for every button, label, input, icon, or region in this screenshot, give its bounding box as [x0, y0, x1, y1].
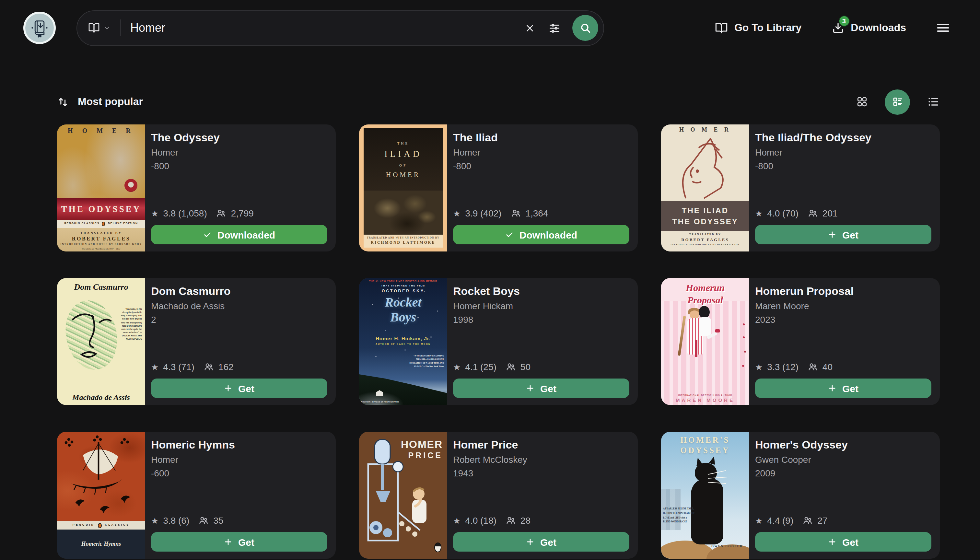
cover-text: ILIAD [384, 149, 422, 159]
book-meta: ★4.0 (70)201 [755, 208, 932, 218]
cover-text: Boys [359, 310, 447, 323]
star-icon: ★ [755, 363, 763, 371]
people-icon [198, 515, 209, 526]
book-cover[interactable]: H O M E RTHE ILIADTHE ODYSSEYTRANSLATED … [661, 125, 749, 252]
star-icon: ★ [151, 516, 158, 525]
sort-arrows-icon [57, 96, 69, 108]
cover-art [102, 222, 105, 226]
book-title: The Iliad [453, 131, 629, 145]
book-card: HomerunProposalINTERNATIONAL BESTSELLING… [661, 278, 940, 405]
cover-text: One of the ten "Best Books of 1996" —Tim… [57, 248, 145, 250]
book-card: Dom Casmurro"Machado, in his deceptively… [57, 278, 336, 405]
people-icon [802, 515, 813, 526]
cover-art [690, 310, 699, 319]
cover-text: BLIND WONDER CAT [663, 520, 703, 525]
book-cover[interactable]: HomerunProposalINTERNATIONAL BESTSELLING… [661, 278, 749, 405]
book-cover[interactable]: H O M E RTHE ODYSSEYPENGUIN CLASSICSDELU… [57, 125, 145, 252]
cover-art [359, 278, 360, 279]
book-title: Dom Casmurro [151, 285, 327, 298]
star-icon: ★ [453, 363, 460, 371]
cover-text: H O M E R [57, 128, 145, 134]
button-label: Get [842, 383, 858, 394]
book-info: Dom CasmurroMachado de Assis2★4.3 (71)16… [145, 278, 336, 405]
view-grid-button[interactable] [856, 96, 868, 108]
book-info: Homer's OdysseyGwen Cooper2009★4.4 (9)27… [749, 432, 940, 559]
button-label: Get [238, 383, 254, 394]
book-author: Homer [151, 455, 327, 465]
book-title: The Iliad/The Odyssey [755, 131, 932, 145]
get-button[interactable]: Get [755, 225, 932, 244]
book-meta: ★4.1 (25)50 [453, 362, 629, 372]
cover-text: "A THOROUGHLY CHARMING MEMOIR... [AN] EL… [409, 355, 444, 369]
app-logo[interactable] [23, 12, 56, 44]
book-cover[interactable]: THE #1 NEW YORK TIMES BESTSELLING MEMOIR… [359, 278, 447, 405]
book-info: Homerun ProposalMaren Moore2023★3.3 (12)… [749, 278, 940, 405]
menu-button[interactable] [936, 21, 950, 35]
get-button[interactable]: Get [755, 378, 932, 398]
book-cover[interactable]: HOMER'SODYSSEYA FEARLESS FELINE TALE,Or … [661, 432, 749, 559]
book-meta: ★3.8 (6)35 [151, 515, 327, 526]
cover-text: Dom Casmurro [57, 283, 145, 291]
book-info: Homer PriceRobert McCloskey1943★4.0 (18)… [447, 432, 638, 559]
star-icon: ★ [453, 516, 460, 525]
cover-art [699, 306, 710, 318]
book-cover[interactable]: PENGUINCLASSICSHomeric Hymns [57, 432, 145, 559]
book-info: The IliadHomer-800★3.9 (402)1,364Downloa… [447, 125, 638, 252]
book-year: -800 [151, 161, 327, 172]
go-to-library-button[interactable]: Go To Library [715, 22, 802, 34]
filters-button[interactable] [548, 22, 561, 34]
book-meta: ★4.4 (9)27 [755, 515, 932, 526]
get-button[interactable]: Get [453, 532, 629, 552]
cover-art: PENGUINCLASSICS [57, 521, 145, 530]
chevron-down-icon[interactable] [104, 25, 110, 31]
star-icon: ★ [151, 209, 158, 217]
cover-text: RICHMOND LATTIMORE [371, 241, 435, 245]
button-label: Get [540, 383, 557, 394]
search-divider [120, 20, 120, 36]
search-icon [580, 22, 591, 34]
sort-control[interactable]: Most popular [57, 96, 143, 108]
get-button[interactable]: Get [151, 378, 327, 398]
book-cover[interactable]: HOMERPRICE [359, 432, 447, 559]
cover-text: THE #1 NEW YORK TIMES BESTSELLING MEMOIR [359, 281, 447, 283]
downloaded-button[interactable]: Downloaded [151, 225, 327, 244]
search-button[interactable] [572, 15, 598, 41]
search-input[interactable] [130, 21, 524, 35]
get-button[interactable]: Get [453, 378, 629, 398]
people-icon [808, 362, 818, 372]
view-cards-button[interactable] [885, 89, 910, 114]
book-title: Homer Price [453, 438, 629, 452]
plus-icon [828, 384, 837, 393]
top-bar: Go To Library 3 Downloads [0, 0, 980, 56]
book-author: Gwen Cooper [755, 455, 932, 465]
get-button[interactable]: Get [151, 532, 327, 552]
book-year: 2023 [755, 315, 932, 325]
clear-search-button[interactable] [524, 22, 535, 33]
book-cover[interactable]: THEILIADOFHOMERTRANSLATED AND WITH AN IN… [359, 125, 447, 252]
cover-text: OCTOBER SKY [359, 289, 447, 293]
people-icon [510, 208, 521, 218]
book-meta: ★3.9 (402)1,364 [453, 208, 629, 218]
cover-art [363, 190, 443, 235]
book-card: H O M E RTHE ODYSSEYPENGUIN CLASSICSDELU… [57, 125, 336, 252]
book-rating: 4.0 (70) [767, 208, 798, 218]
cover-art: TRANSLATED BYROBERT FAGLESINTRODUCTIONS … [661, 231, 749, 252]
star-icon: ★ [453, 209, 460, 217]
book-card: H O M E RTHE ILIADTHE ODYSSEYTRANSLATED … [661, 125, 940, 252]
view-list-button[interactable] [927, 95, 940, 108]
hamburger-icon [936, 21, 950, 35]
button-label: Downloaded [520, 229, 577, 240]
cover-text: Machado de Assis [57, 393, 145, 401]
book-grid: H O M E RTHE ODYSSEYPENGUIN CLASSICSDELU… [57, 125, 940, 559]
results-area: Most popular H O M E RTHE ODYSSEYPENGUIN… [0, 93, 980, 559]
get-button[interactable]: Get [755, 532, 932, 552]
book-title: The Odyssey [151, 131, 327, 145]
cover-text: THE ODYSSEY [672, 217, 738, 225]
book-cover[interactable]: Dom Casmurro"Machado, in his deceptively… [57, 278, 145, 405]
downloaded-button[interactable]: Downloaded [453, 225, 629, 244]
cover-text: Or HOW I LEARNED ABOUT [663, 512, 703, 516]
book-title: Homerun Proposal [755, 285, 932, 298]
people-icon [216, 208, 227, 218]
cover-art: PENGUIN CLASSICSDELUXE EDITION [57, 220, 145, 228]
downloads-button[interactable]: 3 Downloads [831, 22, 906, 34]
